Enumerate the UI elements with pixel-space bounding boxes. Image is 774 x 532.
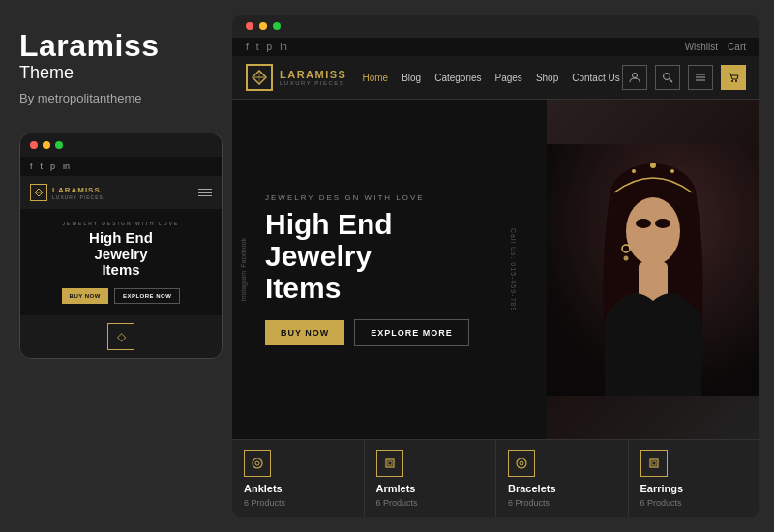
svg-point-3 <box>633 74 638 78</box>
desktop-dot-red <box>246 22 253 30</box>
dot-yellow <box>43 141 50 149</box>
desktop-linkedin-icon: in <box>280 42 287 52</box>
armlets-count: 6 Products <box>376 498 418 508</box>
mobile-explore-button[interactable]: EXPLORE NOW <box>114 288 181 304</box>
armlets-icon <box>376 450 403 477</box>
svg-point-4 <box>664 74 670 80</box>
earrings-count: 6 Products <box>640 498 682 508</box>
mobile-preview: f t p in LARAMISS LUXURY PIECES <box>19 133 223 359</box>
svg-point-16 <box>655 219 670 228</box>
anklets-count: 6 Products <box>244 498 285 508</box>
earrings-icon <box>640 450 668 477</box>
desktop-facebook-icon: f <box>246 42 249 52</box>
mobile-category-preview: ◇ <box>20 315 222 358</box>
hero-social-sidebar: Facebook Instagram <box>240 100 247 439</box>
search-button[interactable] <box>655 65 680 90</box>
left-panel: Laramiss Theme By metropolitantheme f t … <box>0 0 232 532</box>
nav-links: Home Blog Categories Pages Shop Contact … <box>362 73 622 83</box>
mobile-logo-icon <box>30 184 47 201</box>
mobile-category-icon: ◇ <box>107 323 134 350</box>
nav-link-home[interactable]: Home <box>362 73 388 83</box>
svg-point-22 <box>624 255 629 260</box>
mobile-titlebar <box>20 133 222 157</box>
nav-actions <box>622 65 746 90</box>
twitter-icon: t <box>41 162 44 171</box>
mobile-social-bar: f t p in <box>20 157 222 176</box>
hero-image <box>547 100 759 439</box>
svg-rect-25 <box>386 459 394 467</box>
bracelets-count: 6 Products <box>508 498 550 508</box>
menu-button[interactable] <box>688 65 713 90</box>
svg-point-14 <box>626 197 680 265</box>
svg-point-23 <box>253 458 262 468</box>
nav-link-blog[interactable]: Blog <box>402 73 421 83</box>
hero-headline: High End Jewelry Items <box>265 208 533 304</box>
svg-point-27 <box>517 458 526 468</box>
desktop-logo-sub: LUXURY PIECES <box>280 80 346 86</box>
nav-link-contact[interactable]: Contact Us <box>572 73 619 83</box>
hero-buy-now-button[interactable]: BUY NOW <box>265 320 344 345</box>
svg-rect-30 <box>652 461 656 465</box>
hero-instagram-link[interactable]: Instagram <box>240 271 247 301</box>
mobile-hero: JEWELRY DESIGN WITH LOVE High End Jewelr… <box>20 209 222 315</box>
bracelets-name: Bracelets <box>508 483 556 494</box>
desktop-social-bar: f t p in Wishlist Cart <box>232 38 759 56</box>
wishlist-label[interactable]: Wishlist <box>685 42 718 52</box>
brand-author: By metropolitantheme <box>19 91 213 105</box>
svg-line-5 <box>670 79 672 82</box>
mobile-buttons: BUY NOW EXPLORE NOW <box>30 288 212 304</box>
cart-button[interactable] <box>721 65 746 90</box>
user-button[interactable] <box>622 65 647 90</box>
mobile-navbar: LARAMISS LUXURY PIECES <box>20 176 222 209</box>
desktop-navbar: LARAMISS LUXURY PIECES Home Blog Categor… <box>232 56 759 100</box>
hero-tagline: JEWELRY DESIGN WITH LOVE <box>265 193 533 202</box>
mobile-logo: LARAMISS LUXURY PIECES <box>30 184 104 201</box>
category-armlets[interactable]: Armlets 6 Products <box>365 440 497 517</box>
desktop-pinterest-icon: p <box>267 42 273 52</box>
svg-point-18 <box>632 169 636 173</box>
earrings-name: Earrings <box>640 483 684 494</box>
mobile-buy-now-button[interactable]: BUY NOW <box>62 288 108 304</box>
svg-point-24 <box>255 461 259 465</box>
mobile-logo-name: LARAMISS <box>52 186 104 194</box>
desktop-dot-green <box>273 22 281 30</box>
desktop-logo-name: LARAMISS <box>280 69 346 80</box>
desktop-dot-yellow <box>259 22 267 30</box>
facebook-icon: f <box>30 162 33 171</box>
svg-point-28 <box>520 461 523 465</box>
svg-point-9 <box>731 80 733 82</box>
desktop-preview: f t p in Wishlist Cart LARAMISS LUXURY P… <box>232 15 759 517</box>
cart-label[interactable]: Cart <box>728 42 746 52</box>
wishlist-cart-area: Wishlist Cart <box>685 42 746 52</box>
mobile-headline: High End Jewelry Items <box>30 230 212 279</box>
dot-red <box>30 141 38 149</box>
nav-link-shop[interactable]: Shop <box>536 73 558 83</box>
mobile-logo-sub: LUXURY PIECES <box>52 194 104 200</box>
hero-left: Facebook Instagram JEWELRY DESIGN WITH L… <box>232 100 547 439</box>
categories-bar: Anklets 6 Products Armlets 6 Products Br… <box>232 439 759 517</box>
dot-green <box>55 141 63 149</box>
linkedin-icon: in <box>63 162 70 171</box>
hero-buttons: BUY NOW EXPLORE MORE <box>265 319 533 346</box>
nav-link-categories[interactable]: Categories <box>434 73 481 83</box>
bracelets-icon <box>508 450 535 477</box>
pinterest-icon: p <box>50 162 55 171</box>
category-anklets[interactable]: Anklets 6 Products <box>232 440 365 517</box>
svg-rect-26 <box>388 461 392 465</box>
hero-explore-button[interactable]: EXPLORE MORE <box>354 319 469 346</box>
svg-point-15 <box>636 219 651 228</box>
desktop-logo-text: LARAMISS LUXURY PIECES <box>280 69 346 86</box>
hero-facebook-link[interactable]: Facebook <box>240 238 247 268</box>
hamburger-menu[interactable] <box>198 189 212 197</box>
category-earrings[interactable]: Earrings 6 Products <box>629 440 760 517</box>
svg-rect-29 <box>650 459 658 467</box>
brand-subtitle: Theme <box>19 63 213 83</box>
nav-link-pages[interactable]: Pages <box>495 73 522 83</box>
category-bracelets[interactable]: Bracelets 6 Products <box>496 440 629 517</box>
mobile-tagline: JEWELRY DESIGN WITH LOVE <box>30 221 212 226</box>
desktop-logo-icon <box>246 64 273 91</box>
armlets-name: Armlets <box>376 483 416 494</box>
desktop-twitter-icon: t <box>256 42 259 52</box>
anklets-name: Anklets <box>244 483 283 494</box>
svg-point-17 <box>650 163 656 168</box>
